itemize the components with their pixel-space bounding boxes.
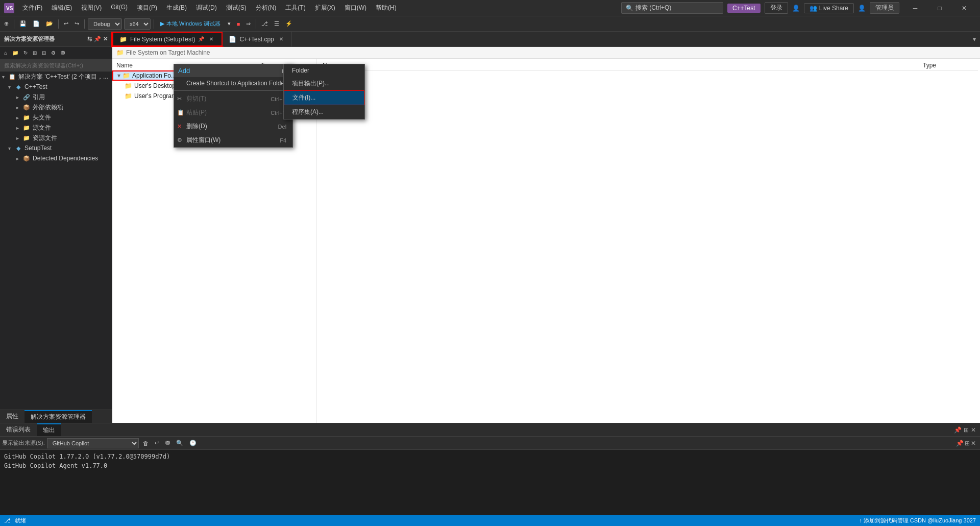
tree-headers[interactable]: ▸ 📁 头文件 [0, 112, 112, 123]
pin-output-icon[interactable]: 📌 [954, 426, 962, 434]
solution-explorer-tab[interactable]: 解决方案资源管理器 [24, 410, 92, 423]
output-find-btn[interactable]: 🔍 [174, 438, 185, 449]
fs-folder-icon3: 📁 [125, 92, 132, 100]
tree-project-cpptest[interactable]: ▾ ◆ C++Test [0, 82, 112, 92]
ctx-add-item[interactable]: Add ▶ [174, 64, 292, 77]
person-icon2: 👤 [858, 5, 866, 12]
fs-expand-icon: ▾ [117, 72, 120, 79]
open-button[interactable]: 📂 [44, 18, 55, 30]
sub-project-output[interactable]: 项目输出(P)... [284, 77, 364, 90]
menu-test[interactable]: 测试(S) [222, 3, 251, 13]
save-all-button[interactable]: 💾 [17, 18, 29, 30]
output-close-icon[interactable]: ✕ [971, 440, 976, 447]
tree-sources[interactable]: ▸ 📁 源文件 [0, 123, 112, 133]
platform-select[interactable]: x64 [124, 18, 151, 30]
git-button[interactable]: ⎇ [259, 18, 270, 30]
run-button[interactable]: ▶ 本地 Windows 调试器 [157, 19, 224, 29]
output-wrap-btn[interactable]: ↵ [153, 438, 161, 449]
tree-detected-deps[interactable]: ▸ 📦 Detected Dependencies [0, 153, 112, 163]
sub-file[interactable]: 文件(I)... [284, 90, 364, 105]
expand-arrow: ▸ [16, 94, 22, 100]
tab-dropdown-icon[interactable]: ▾ [973, 36, 976, 43]
cpp-tab-close[interactable]: ✕ [277, 35, 285, 43]
right-col-type: Type [923, 62, 974, 69]
output-source-select[interactable]: GitHub Copilot [47, 438, 139, 448]
menu-tools[interactable]: 工具(T) [281, 3, 309, 13]
output-expand-icon[interactable]: ⊞ [965, 440, 970, 447]
sidebar-expand-btn[interactable]: ⊞ [31, 47, 39, 59]
menu-help[interactable]: 帮助(H) [372, 3, 401, 13]
menu-analyze[interactable]: 分析(N) [252, 3, 281, 13]
sidebar-search-input[interactable] [0, 59, 112, 71]
output-clock-btn[interactable]: 🕐 [187, 438, 199, 449]
run-dropdown[interactable]: ▾ [226, 18, 233, 30]
status-right: ↑ 添加到源代码管理 CSDN @liuZuoJiang 3027 [859, 517, 976, 524]
filesystem-tab[interactable]: 📁 File System (SetupTest) 📌 ✕ [112, 32, 223, 46]
ctx-paste-label: 粘贴(P) [186, 108, 207, 117]
ctx-add-label: Add [178, 67, 190, 75]
output-clear-btn[interactable]: 🗑 [141, 438, 151, 449]
menu-debug[interactable]: 调试(D) [192, 3, 221, 13]
minimize-button[interactable]: ─ [903, 1, 927, 15]
output-filter-btn[interactable]: ⛃ [163, 438, 172, 449]
sub-folder[interactable]: Folder [284, 64, 364, 77]
restore-button[interactable]: □ [928, 1, 951, 15]
sidebar-folder-btn[interactable]: 📁 [10, 47, 20, 59]
menu-window[interactable]: 窗口(W) [340, 3, 371, 13]
title-bar: VS 文件(F) 编辑(E) 视图(V) Git(G) 项目(P) 生成(B) … [0, 0, 980, 16]
sync-icon[interactable]: ⇆ [87, 36, 92, 42]
menu-file[interactable]: 文件(F) [18, 3, 46, 13]
cpp-tab[interactable]: 📄 C++Test.cpp ✕ [223, 32, 291, 46]
ctx-shortcut-item[interactable]: Create Shortcut to Application Folder [174, 77, 292, 89]
tree-ref[interactable]: ▸ 🔗 引用 [0, 92, 112, 102]
redo-button[interactable]: ↪ [72, 18, 81, 30]
cut-icon: ✂ [177, 95, 185, 102]
menu-build[interactable]: 生成(B) [162, 3, 191, 13]
save-button[interactable]: 📄 [31, 18, 42, 30]
menu-project[interactable]: 项目(P) [133, 3, 161, 13]
menu-edit[interactable]: 编辑(E) [47, 3, 76, 13]
login-button[interactable]: 登录 [765, 2, 788, 14]
sidebar-settings-btn[interactable]: ⚙ [49, 47, 58, 59]
sub-assembly[interactable]: 程序集(A)... [284, 105, 364, 119]
tool-btn2[interactable]: ⚡ [283, 18, 295, 30]
fs-right-headers: Name Type [318, 61, 978, 70]
close-button[interactable]: ✕ [952, 1, 976, 15]
sidebar-collapse-btn[interactable]: ⊟ [40, 47, 48, 59]
debug-config-select[interactable]: Debug [88, 18, 122, 30]
properties-tab[interactable]: 属性 [0, 410, 24, 423]
sidebar-filter-btn[interactable]: ⛃ [59, 47, 67, 59]
errorlist-tab[interactable]: 错误列表 [0, 423, 37, 436]
sidebar-refresh-btn[interactable]: ↻ [21, 47, 30, 59]
close-output-icon[interactable]: ✕ [971, 426, 976, 434]
output-text-area: GitHub Copilot 1.77.2.0 (v1.77.2.0@57099… [0, 450, 980, 515]
tree-solution[interactable]: ▾ 📋 解决方案 'C++Test' (2 个项目，... [0, 71, 112, 82]
play-icon: ▶ [160, 20, 164, 27]
tree-extdep[interactable]: ▸ 📦 外部依赖项 [0, 102, 112, 112]
output-tab[interactable]: 输出 [37, 423, 61, 436]
menu-extensions[interactable]: 扩展(X) [311, 3, 339, 13]
sidebar-back-btn[interactable]: ⌂ [2, 47, 9, 59]
title-search-box[interactable]: 🔍 搜索 (Ctrl+Q) [621, 2, 723, 14]
tool-btn1[interactable]: ☰ [272, 18, 281, 30]
tree-project-setuptest[interactable]: ▾ ◆ SetupTest [0, 143, 112, 153]
close-sidebar-icon[interactable]: ✕ [103, 36, 108, 42]
step-button[interactable]: ⇒ [244, 18, 253, 30]
output-pin-icon[interactable]: 📌 [956, 440, 964, 447]
menu-view[interactable]: 视图(V) [77, 3, 106, 13]
ctx-delete-item[interactable]: ✕ 删除(D) Del [174, 119, 292, 133]
output-tab-icons: 📌 ⊞ ✕ [954, 423, 980, 436]
admin-button[interactable]: 管理员 [870, 2, 899, 14]
new-button[interactable]: ⊕ [2, 18, 11, 30]
live-share-button[interactable]: 👥 Live Share [804, 3, 854, 13]
tree-resources[interactable]: ▸ 📁 资源文件 [0, 133, 112, 143]
undo-button[interactable]: ↩ [62, 18, 70, 30]
menu-git[interactable]: Git(G) [107, 3, 132, 13]
fs-folder-icon: 📁 [116, 49, 124, 56]
ctx-properties-item[interactable]: ⚙ 属性窗口(W) F4 [174, 133, 292, 147]
stop-button[interactable]: ■ [235, 18, 242, 30]
filesystem-tab-close[interactable]: ✕ [207, 35, 215, 43]
tab-pin-icon: 📌 [198, 36, 204, 42]
pin-icon[interactable]: 📌 [94, 36, 101, 42]
expand-output-icon[interactable]: ⊞ [964, 426, 969, 434]
